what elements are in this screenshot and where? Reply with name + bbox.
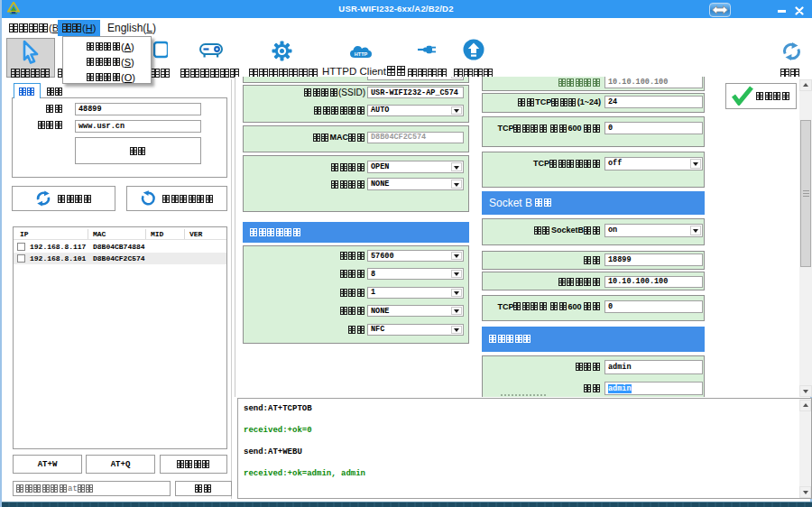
svg-text:HTTP: HTTP: [355, 51, 368, 57]
